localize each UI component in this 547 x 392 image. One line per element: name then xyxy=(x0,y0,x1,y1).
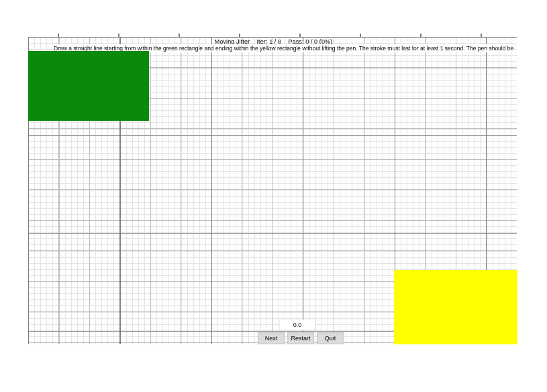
restart-button[interactable]: Restart xyxy=(287,332,314,344)
button-bar: Next Restart Quit xyxy=(258,332,344,344)
readout-value: 0.0 xyxy=(279,320,315,330)
quit-button[interactable]: Quit xyxy=(317,332,344,344)
next-button[interactable]: Next xyxy=(258,332,285,344)
end-target-rect xyxy=(394,270,517,344)
start-target-rect xyxy=(28,51,149,121)
